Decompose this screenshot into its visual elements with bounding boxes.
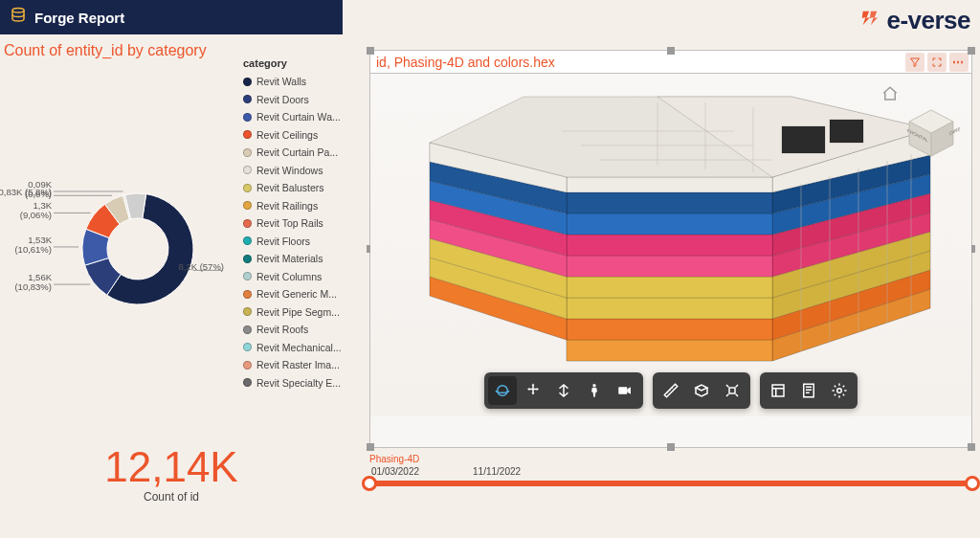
legend: Revit WallsRevit DoorsRevit Curtain Wa..… [243,73,343,392]
chart-title: Count of entity_id by category [0,38,343,63]
legend-item[interactable]: Revit Pipe Segm... [243,303,343,322]
legend-label: Revit Ceilings [256,126,318,145]
kpi-card: 12,14K Count of id [0,446,343,504]
donut-data-label: (0,6%) [25,189,52,199]
legend-label: Revit Balusters [256,179,324,197]
legend-swatch [243,95,252,103]
svg-point-52 [592,384,595,387]
donut-data-label: (9,06%) [20,210,52,220]
svg-rect-55 [772,385,784,396]
model-browser-icon[interactable] [764,376,792,405]
orbit-icon[interactable] [488,376,517,405]
report-title: Forge Report [34,10,124,26]
legend-swatch [243,236,252,245]
slider-track[interactable] [369,481,972,486]
viewer-canvas[interactable]: FRONTAL DIREITA [370,74,971,416]
zoom-icon[interactable] [549,376,578,405]
brand-mark-icon [859,6,880,35]
resize-handle[interactable] [968,47,975,55]
legend-label: Revit Specialty E... [256,374,341,392]
legend-label: Revit Materials [256,250,323,268]
slider-date-end: 11/11/2022 [473,466,521,477]
legend-swatch [243,184,252,192]
legend-title: category [243,57,287,69]
more-icon[interactable]: ⋯ [949,53,969,72]
resize-handle[interactable] [667,47,675,55]
legend-item[interactable]: Revit Balusters [243,179,343,197]
legend-label: Revit Curtain Pa... [256,144,338,162]
database-icon [10,7,27,28]
legend-label: Revit Roofs [256,321,308,339]
viewer-panel: id, Phasing-4D and colors.hex ⋯ FRONTAL … [369,50,972,448]
legend-swatch [243,148,252,157]
legend-item[interactable]: Revit Raster Ima... [243,356,343,374]
legend-swatch [243,290,252,299]
legend-swatch [243,201,252,210]
kpi-label: Count of id [0,490,343,504]
donut-chart[interactable]: 8,2K (57%)1,56K(10,83%)1,53K(10,61%)1,3K… [4,144,234,335]
legend-item[interactable]: Revit Generic M... [243,285,343,303]
legend-item[interactable]: Revit Doors [243,91,343,109]
measure-icon[interactable] [657,376,685,405]
explode-icon[interactable] [718,376,746,405]
legend-item[interactable]: Revit Floors [243,233,343,251]
svg-marker-24 [567,319,772,340]
legend-item[interactable]: Revit Top Rails [243,214,343,233]
viewer-toolbar [484,372,858,409]
svg-marker-31 [567,177,772,192]
slider-thumb-start[interactable] [362,476,377,491]
legend-label: Revit Floors [256,233,310,251]
home-icon[interactable] [881,85,899,106]
camera-icon[interactable] [611,376,639,405]
legend-label: Revit Raster Ima... [256,356,340,374]
svg-point-0 [12,9,24,13]
legend-swatch [243,272,252,280]
slider-date-start: 01/03/2022 [371,466,419,477]
section-icon[interactable] [687,376,716,405]
focus-icon[interactable] [927,53,947,72]
legend-item[interactable]: Revit Mechanical... [243,339,343,357]
donut-data-label: 8,2K (57%) [178,261,224,272]
first-person-icon[interactable] [580,376,609,405]
donut-data-label: (10,83%) [14,281,52,292]
svg-point-57 [837,389,842,393]
svg-marker-25 [567,298,772,319]
legend-swatch [243,78,252,86]
svg-rect-49 [782,126,825,153]
svg-marker-26 [567,277,772,298]
legend-item[interactable]: Revit Windows [243,162,343,180]
phasing-slider: Phasing-4D 01/03/2022 11/11/2022 [369,454,972,486]
legend-label: Revit Windows [256,162,323,180]
resize-handle[interactable] [367,443,374,451]
legend-label: Revit Columns [256,268,322,286]
legend-item[interactable]: Revit Columns [243,268,343,286]
legend-item[interactable]: Revit Curtain Wa... [243,108,343,126]
resize-handle[interactable] [667,443,675,451]
legend-swatch [243,307,252,316]
resize-handle[interactable] [968,443,975,451]
settings-icon[interactable] [825,376,854,405]
legend-label: Revit Walls [256,73,306,91]
filter-icon[interactable] [905,53,924,72]
legend-swatch [243,113,252,122]
legend-item[interactable]: Revit Ceilings [243,126,343,145]
slider-thumb-end[interactable] [965,476,980,491]
legend-item[interactable]: Revit Railings [243,197,343,215]
legend-item[interactable]: Revit Materials [243,250,343,268]
brand-logo: e-verse [859,6,970,35]
brand-text: e-verse [886,6,970,35]
legend-label: Revit Curtain Wa... [256,108,341,126]
legend-label: Revit Pipe Segm... [256,303,340,322]
legend-item[interactable]: Revit Specialty E... [243,374,343,392]
legend-item[interactable]: Revit Walls [243,73,343,91]
legend-item[interactable]: Revit Curtain Pa... [243,144,343,162]
properties-icon[interactable] [794,376,823,405]
svg-rect-53 [618,387,627,394]
legend-label: Revit Top Rails [256,214,323,233]
report-header: Forge Report [0,0,343,34]
legend-item[interactable]: Revit Roofs [243,321,343,339]
pan-icon[interactable] [519,376,547,405]
viewcube[interactable]: FRONTAL DIREITA [902,104,960,162]
svg-marker-27 [567,256,772,277]
resize-handle[interactable] [367,47,374,55]
